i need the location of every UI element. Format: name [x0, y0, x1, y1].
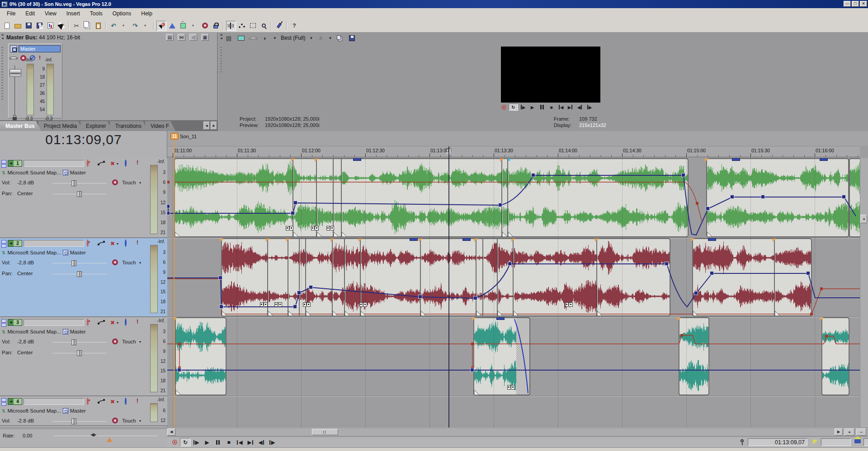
save-project-button[interactable]	[24, 21, 33, 31]
play-from-start-button[interactable]: ▶	[518, 103, 528, 111]
record-button[interactable]	[169, 438, 180, 446]
chevron-down-icon[interactable]: ▼	[310, 36, 313, 40]
zoom-edit-tool-button[interactable]	[259, 21, 269, 31]
lock-envelopes-button[interactable]	[211, 21, 221, 31]
playhead-cursor[interactable]	[448, 146, 449, 428]
play-from-start-button[interactable]: ▶	[191, 438, 202, 446]
stop-button[interactable]: ■	[223, 438, 234, 446]
menu-edit[interactable]: Edit	[20, 9, 40, 18]
dim-output-button[interactable]: ◁	[189, 34, 197, 41]
mute-dropdown-icon[interactable]: ▾	[117, 321, 118, 325]
phase-invert-button[interactable]: !	[137, 160, 138, 166]
bus-assignment-button[interactable]	[63, 250, 68, 255]
volume-slider-thumb[interactable]	[71, 418, 76, 424]
bus-assignment-button[interactable]	[63, 408, 68, 413]
arm-record-button[interactable]	[87, 399, 89, 404]
track-name-field[interactable]	[24, 240, 84, 247]
mute-dropdown-icon[interactable]: ▾	[117, 242, 118, 246]
solo-button[interactable]	[125, 160, 127, 166]
meters-toggle-button[interactable]: ▦	[201, 34, 209, 41]
play-button[interactable]: ▶	[202, 438, 212, 446]
dock-collapse-icon[interactable]: ◂	[1, 36, 3, 40]
bus-assignment-button[interactable]	[63, 170, 68, 175]
event-edit-tool-button[interactable]	[226, 21, 236, 31]
track-maximize-icon[interactable]	[1, 244, 6, 248]
track-header-3[interactable]: ◄3✖▾!⇅Microsoft Sound Map...MasterVol:-2…	[0, 317, 167, 396]
track-header-4[interactable]: ◄4✖▾!⇅Microsoft Sound Map...MasterVol:-2…	[0, 396, 167, 426]
redo-button[interactable]: ↷	[130, 21, 140, 31]
automation-dropdown-icon[interactable]: ▾	[139, 340, 141, 344]
dock-grip[interactable]	[220, 45, 222, 72]
record-button[interactable]	[499, 103, 509, 111]
grid-overlay-button[interactable]: #	[316, 34, 326, 42]
pan-slider-thumb[interactable]	[77, 350, 82, 356]
rate-slider-handle[interactable]: ◀▶	[90, 432, 95, 437]
video-output-fx-button[interactable]	[249, 34, 258, 42]
track-name-field[interactable]	[24, 398, 84, 405]
bus-assignment-button[interactable]	[63, 329, 68, 334]
track-minimize-icon[interactable]	[1, 319, 6, 323]
dock-grip[interactable]	[1, 45, 3, 99]
solo-button[interactable]	[125, 319, 127, 325]
chevron-down-icon[interactable]: ▼	[273, 36, 277, 40]
solo-button[interactable]: !	[39, 55, 41, 61]
cut-button[interactable]: ✂	[71, 21, 81, 31]
track-envelope-button[interactable]	[98, 240, 105, 246]
loop-playback-button[interactable]: ↻	[509, 103, 518, 111]
normal-edit-tool-button[interactable]	[156, 21, 166, 31]
fader-lock-icon[interactable]	[13, 117, 17, 120]
volume-slider-thumb[interactable]	[71, 339, 76, 345]
track-minimize-icon[interactable]	[1, 160, 6, 164]
tool-dropdown-button[interactable]: ▾	[189, 21, 199, 31]
mute-dropdown-icon[interactable]: ▾	[117, 162, 118, 166]
downmix-output-button[interactable]: ⋈	[178, 34, 185, 41]
volume-slider[interactable]	[52, 263, 107, 263]
track-envelope-button[interactable]	[98, 319, 105, 325]
automation-settings-button[interactable]	[112, 179, 118, 185]
panel-collapse-button[interactable]: ◂	[860, 215, 867, 223]
master-bus-name-field[interactable]: Master	[19, 45, 61, 52]
tab-scroll-right-button[interactable]: ▸	[211, 122, 217, 130]
marker-flag[interactable]: 11	[170, 133, 179, 140]
device-selector[interactable]: ⇅Microsoft Sound Map...Master	[2, 170, 86, 175]
split-screen-view-button[interactable]: ◐	[261, 34, 270, 42]
track-envelope-button[interactable]	[98, 399, 105, 404]
redo-dropdown-button[interactable]: ▾	[141, 21, 151, 31]
next-frame-button[interactable]: ▶	[267, 438, 278, 446]
master-fader-thumb[interactable]	[9, 69, 21, 77]
project-properties-button[interactable]	[56, 21, 66, 31]
copy-button[interactable]	[82, 21, 92, 31]
device-selector[interactable]: ⇅Microsoft Sound Map...Master	[2, 329, 86, 334]
phase-invert-button[interactable]: !	[137, 240, 138, 246]
chevron-down-icon[interactable]: ▼	[329, 36, 332, 40]
cursor-timecode-display[interactable]: 01:13:09,07	[0, 132, 167, 147]
envelope-point-edit-tool-button[interactable]	[237, 21, 247, 31]
zoom-out-button[interactable]: −	[856, 428, 866, 436]
expand-track-layers-button[interactable]	[178, 21, 188, 31]
paint-events-tool-button[interactable]	[274, 21, 284, 31]
horizontal-scrollbar[interactable]: ◀ ▶ + −	[167, 428, 868, 436]
previous-frame-button[interactable]: ◀	[575, 103, 585, 111]
arm-record-button[interactable]	[87, 160, 89, 166]
volume-slider-thumb[interactable]	[71, 180, 76, 186]
pan-slider[interactable]	[52, 194, 107, 194]
rate-slider[interactable]	[53, 436, 157, 436]
selection-edit-tool-button[interactable]	[248, 21, 258, 31]
track-header-2[interactable]: ◄2✖▾!⇅Microsoft Sound Map...MasterVol:-2…	[0, 238, 167, 317]
render-as-button[interactable]	[45, 21, 55, 31]
mute-button[interactable]: ✖	[110, 399, 115, 405]
insert-fx-button[interactable]	[10, 56, 17, 59]
phase-invert-button[interactable]: !	[137, 398, 138, 404]
tab-master-bus[interactable]: Master Bus	[0, 121, 41, 131]
menu-view[interactable]: View	[40, 9, 61, 18]
open-project-button[interactable]	[13, 21, 23, 31]
undo-dropdown-button[interactable]: ▾	[119, 21, 129, 31]
phase-invert-button[interactable]: !	[137, 319, 138, 325]
device-selector[interactable]: ⇅Microsoft Sound Map...Master	[2, 408, 86, 413]
tab-scroll-left-button[interactable]: ◂	[203, 122, 210, 130]
mute-button[interactable]: ✖	[110, 240, 115, 247]
envelope-edit-tool-button[interactable]	[167, 21, 177, 31]
pan-slider-thumb[interactable]	[77, 191, 82, 197]
track-name-field[interactable]	[24, 160, 84, 167]
save-project-as-button[interactable]	[34, 21, 44, 31]
